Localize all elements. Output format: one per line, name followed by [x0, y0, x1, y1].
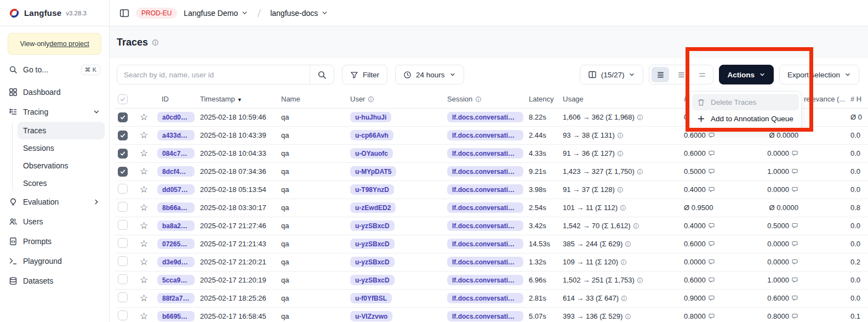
row-height-medium-button[interactable] — [672, 67, 690, 82]
bookmark-star-icon[interactable]: ☆ — [140, 257, 148, 267]
trace-id-badge[interactable]: 084c739... — [157, 148, 195, 159]
session-id-badge[interactable]: lf.docs.conversation... — [447, 184, 523, 195]
table-row[interactable]: ☆ 07265c7a... 2025-02-17 21:21:43 qa u-y… — [115, 235, 868, 253]
trace-id-badge[interactable]: 07265c7a... — [157, 239, 195, 249]
filter-button[interactable]: Filter — [342, 65, 387, 84]
table-row[interactable]: ☆ 8dcf4574... 2025-02-18 07:34:36 qa u-M… — [115, 162, 868, 180]
bookmark-star-icon[interactable]: ☆ — [140, 202, 148, 213]
row-checkbox[interactable] — [118, 220, 128, 230]
search-input[interactable] — [117, 71, 310, 79]
session-id-badge[interactable]: lf.docs.conversation... — [447, 202, 523, 213]
bookmark-star-icon[interactable]: ☆ — [140, 166, 148, 177]
user-id-badge[interactable]: u-VIZzvwo — [350, 311, 392, 321]
trace-id-badge[interactable]: 5cca9cf2... — [157, 275, 195, 285]
search-submit-icon[interactable] — [310, 65, 334, 84]
user-id-badge[interactable]: u-yzSBxcD — [350, 275, 395, 285]
session-id-badge[interactable]: lf.docs.conversation... — [447, 221, 523, 231]
user-id-badge[interactable]: u-huJhuJi — [350, 112, 391, 122]
row-checkbox[interactable] — [118, 184, 128, 194]
col-header-latency[interactable]: Latency — [526, 91, 560, 108]
table-row[interactable]: ☆ 084c739... 2025-02-18 10:04:33 qa u-OY… — [115, 144, 868, 162]
row-checkbox[interactable] — [118, 167, 128, 177]
trace-id-badge[interactable]: a0cd0d9... — [157, 112, 195, 122]
bookmark-star-icon[interactable]: ☆ — [140, 275, 148, 285]
row-checkbox[interactable] — [118, 256, 128, 266]
user-id-badge[interactable]: u-f0YfBSL — [350, 293, 392, 303]
goto-search[interactable]: Go to... ⌘ K — [4, 60, 105, 79]
row-checkbox[interactable] — [118, 149, 128, 159]
bookmark-star-icon[interactable]: ☆ — [140, 221, 148, 231]
sidebar-item-tracing[interactable]: Tracing — [4, 102, 105, 122]
table-row[interactable]: ☆ d3e9d1f2... 2025-02-17 21:20:21 qa u-y… — [115, 253, 868, 271]
project-selector[interactable]: langfuse-docs — [270, 9, 328, 18]
session-id-badge[interactable]: lf.docs.conversation... — [447, 257, 523, 267]
row-checkbox[interactable] — [118, 292, 128, 302]
row-checkbox[interactable] — [118, 274, 128, 284]
trace-id-badge[interactable]: dd05753... — [157, 184, 195, 195]
time-range-button[interactable]: 24 hours — [395, 65, 464, 84]
trace-id-badge[interactable]: 8b66a34... — [157, 202, 195, 213]
bookmark-star-icon[interactable]: ☆ — [140, 311, 148, 321]
menu-item-delete-traces[interactable]: Delete Traces — [692, 94, 799, 110]
user-id-badge[interactable]: u-yzSBxcD — [350, 221, 395, 231]
sidebar-item-observations[interactable]: Observations — [18, 157, 105, 174]
row-checkbox[interactable] — [118, 202, 128, 212]
row-height-compact-button[interactable] — [652, 67, 669, 82]
col-header-session[interactable]: Session — [441, 91, 526, 108]
user-id-badge[interactable]: u-T98YnzD — [350, 184, 394, 195]
session-id-badge[interactable]: lf.docs.conversation... — [447, 239, 523, 249]
trace-id-badge[interactable]: a433de51... — [157, 130, 195, 140]
export-selection-button[interactable]: Export selection — [779, 65, 859, 84]
user-id-badge[interactable]: u-yzSBxcD — [350, 257, 395, 267]
trace-id-badge[interactable]: ba8a208f... — [157, 221, 195, 231]
column-visibility-button[interactable]: (15/27) — [580, 65, 644, 84]
sidebar-item-users[interactable]: Users — [4, 212, 105, 231]
row-checkbox[interactable] — [118, 131, 128, 140]
bookmark-star-icon[interactable]: ☆ — [140, 293, 148, 303]
row-checkbox[interactable] — [118, 238, 128, 248]
table-row[interactable]: ☆ 88f2a7b0... 2025-02-17 18:25:26 qa u-f… — [115, 289, 868, 307]
sidebar-item-prompts[interactable]: Prompts — [4, 231, 105, 251]
sidebar-toggle-icon[interactable] — [119, 8, 129, 18]
col-header-timestamp[interactable]: Timestamp▼ — [197, 91, 277, 108]
session-id-badge[interactable]: lf.docs.conversation... — [447, 112, 523, 122]
sidebar-item-datasets[interactable]: Datasets — [4, 271, 105, 291]
trace-id-badge[interactable]: b669529... — [157, 311, 195, 321]
row-checkbox[interactable] — [118, 112, 128, 122]
session-id-badge[interactable]: lf.docs.conversation... — [447, 166, 523, 177]
bookmark-star-icon[interactable]: ☆ — [140, 184, 148, 195]
user-id-badge[interactable]: u-OYauofc — [350, 148, 393, 159]
session-id-badge[interactable]: lf.docs.conversation... — [447, 148, 523, 159]
sidebar-item-evaluation[interactable]: Evaluation — [4, 192, 105, 212]
table-row[interactable]: ☆ dd05753... 2025-02-18 05:13:54 qa u-T9… — [115, 180, 868, 199]
col-header-relevance[interactable]: relevance (... — [801, 91, 848, 108]
user-id-badge[interactable]: u-yzSBxcD — [350, 239, 395, 249]
trace-id-badge[interactable]: 88f2a7b0... — [157, 293, 195, 303]
col-header-last[interactable]: # H — [848, 91, 868, 108]
table-row[interactable]: ☆ b669529... 2025-02-17 16:58:45 qa u-VI… — [115, 307, 868, 322]
bookmark-star-icon[interactable]: ☆ — [140, 112, 148, 122]
trace-id-badge[interactable]: 8dcf4574... — [157, 166, 195, 177]
table-row[interactable]: ☆ ba8a208f... 2025-02-17 21:27:46 qa u-y… — [115, 217, 868, 235]
org-selector[interactable]: Langfuse Demo — [184, 9, 248, 18]
user-id-badge[interactable]: u-zEwdED2 — [350, 202, 396, 213]
col-header-name[interactable]: Name — [277, 91, 345, 108]
sidebar-item-scores[interactable]: Scores — [18, 174, 105, 192]
bookmark-star-icon[interactable]: ☆ — [140, 130, 148, 140]
sidebar-item-sessions[interactable]: Sessions — [18, 139, 105, 157]
menu-item-add-to-annotation-queue[interactable]: Add to Annotation Queue — [692, 110, 799, 127]
session-id-badge[interactable]: lf.docs.conversation... — [447, 311, 523, 321]
select-all-checkbox[interactable] — [118, 94, 128, 104]
bookmark-star-icon[interactable]: ☆ — [140, 239, 148, 249]
col-header-usage[interactable]: Usage — [560, 91, 679, 108]
sidebar-item-playground[interactable]: Playground — [4, 251, 105, 271]
trace-id-badge[interactable]: d3e9d1f2... — [157, 257, 195, 267]
row-height-tall-button[interactable] — [693, 67, 711, 82]
bookmark-star-icon[interactable]: ☆ — [140, 148, 148, 159]
demo-project-link[interactable]: demo project — [49, 40, 89, 48]
table-row[interactable]: ☆ 5cca9cf2... 2025-02-17 21:20:19 qa u-y… — [115, 271, 868, 289]
sidebar-item-dashboard[interactable]: Dashboard — [4, 82, 105, 102]
col-header-id[interactable]: ID — [155, 91, 197, 108]
actions-button[interactable]: Actions — [719, 65, 774, 84]
col-header-user[interactable]: User — [345, 91, 441, 108]
